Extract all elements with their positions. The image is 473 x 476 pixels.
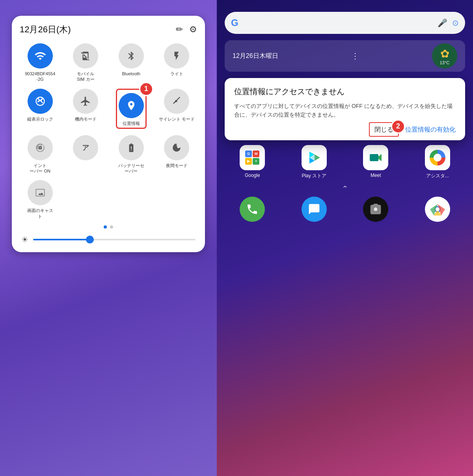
- tile-bluetooth-circle: [119, 43, 144, 69]
- qs-header: 12月26日(木) ✏ ⚙: [20, 24, 197, 35]
- chrome-icon: [425, 197, 450, 222]
- dock-phone[interactable]: [225, 197, 280, 222]
- tile-app-circle: ア: [73, 135, 98, 160]
- search-lens-icon[interactable]: ⊙: [452, 18, 459, 28]
- camera-icon: [363, 197, 388, 222]
- right-panel: G 🎤 ⊙ 12月26日木曜日 ⋮ ✿ 13°C 位置情報にアクセスできません …: [217, 0, 473, 476]
- settings-icon[interactable]: ⚙: [189, 24, 197, 35]
- tile-battery-circle: [119, 135, 144, 160]
- tile-location-wrapper: 位置情報 1: [111, 89, 152, 129]
- tile-airplane-label: 機内モード: [75, 116, 97, 122]
- app-play-label: Play ストア: [302, 173, 326, 179]
- quick-settings-card: 12月26日(木) ✏ ⚙ 90324BDF4554-2G モバイルSIM カー: [12, 16, 205, 252]
- tile-mobile-label: モバイルSIM カー: [77, 71, 95, 82]
- qs-header-icons: ✏ ⚙: [176, 24, 197, 35]
- tile-location[interactable]: 位置情報: [119, 93, 144, 126]
- tile-app[interactable]: ア: [65, 135, 106, 174]
- tile-bluetooth-label: Bluetooth: [122, 71, 140, 76]
- tile-battery-label: バッテリーセーバー: [118, 163, 144, 174]
- tile-airplane[interactable]: 機内モード: [65, 89, 106, 129]
- app-google-label: Google: [245, 173, 260, 178]
- tile-internet[interactable]: イントーバー ON: [20, 135, 61, 174]
- app-assistant[interactable]: アシスタ...: [410, 145, 466, 179]
- tile-nightmode-circle: [164, 135, 189, 160]
- brightness-thumb: [86, 236, 94, 244]
- tile-wifi-circle: [28, 43, 53, 69]
- weather-widget: ✿ 13°C: [432, 43, 457, 69]
- app-grid: G M ▶ + Google Play ストア: [225, 145, 465, 179]
- tile-location-label: 位置情報: [123, 121, 140, 126]
- play-app-icon: [302, 145, 327, 170]
- tile-rotation-circle: [28, 89, 53, 114]
- qs-page-dots: [20, 225, 197, 229]
- weather-temp: 13°C: [440, 60, 450, 65]
- svg-marker-5: [315, 154, 320, 161]
- tile-flashlight[interactable]: ライト: [156, 43, 197, 82]
- tile-nightmode-label: 夜間モード: [166, 163, 188, 168]
- google-logo: G: [231, 17, 238, 28]
- brightness-icon: ☀: [21, 235, 28, 244]
- app-meet-label: Meet: [371, 173, 381, 178]
- widget-menu-icon[interactable]: ⋮: [351, 51, 359, 61]
- dialog-title: 位置情報にアクセスできません: [234, 86, 456, 97]
- location-highlight-box: 位置情報 1: [116, 89, 147, 129]
- swipe-chevron-icon: ⌃: [342, 184, 348, 193]
- qs-date: 12月26日(木): [20, 24, 71, 35]
- tile-screencast-circle: [28, 180, 53, 205]
- meet-app-icon: [363, 145, 388, 170]
- qs-grid-row2: 縦表示ロック 機内モード 位置情報 1: [20, 89, 197, 129]
- app-meet[interactable]: Meet: [348, 145, 404, 179]
- tile-rotation-label: 縦表示ロック: [27, 116, 53, 122]
- tile-silent-label: サイレント モード: [159, 116, 195, 122]
- app-play[interactable]: Play ストア: [287, 145, 342, 179]
- qs-grid-row3: イントーバー ON ア バッテリーセーバー 夜間モー: [20, 135, 197, 174]
- phone-icon: [240, 197, 265, 222]
- tile-battery[interactable]: バッテリーセーバー: [111, 135, 152, 174]
- bottom-dock: [225, 197, 465, 222]
- qs-grid-row1: 90324BDF4554-2G モバイルSIM カー Bluetooth: [20, 43, 197, 82]
- qs-dot-1: [104, 225, 107, 229]
- tile-internet-circle: [28, 135, 53, 160]
- step1-badge: 1: [139, 82, 153, 96]
- dialog-body: すべてのアプリに対してデバイスの位置情報が OFF になるため、デバイスを紛失し…: [234, 102, 456, 119]
- edit-icon[interactable]: ✏: [176, 24, 183, 35]
- location-dialog: 位置情報にアクセスできません すべてのアプリに対してデバイスの位置情報が OFF…: [225, 78, 465, 140]
- tile-nightmode[interactable]: 夜間モード: [156, 135, 197, 174]
- tile-screencast[interactable]: 画面のキャスト: [20, 180, 61, 219]
- tile-mobile[interactable]: モバイルSIM カー: [65, 43, 106, 82]
- app-assistant-label: アシスタ...: [426, 173, 449, 179]
- brightness-control[interactable]: ☀: [20, 235, 197, 244]
- widget-row: 12月26日木曜日 ⋮ ✿ 13°C: [225, 40, 465, 72]
- qs-dot-2: [110, 225, 113, 229]
- tile-wifi-label: 90324BDF4554-2G: [25, 71, 55, 82]
- tile-flashlight-label: ライト: [170, 71, 183, 76]
- google-search-bar[interactable]: G 🎤 ⊙: [225, 12, 465, 34]
- tile-airplane-circle: [73, 89, 98, 114]
- dock-chrome[interactable]: [410, 197, 466, 222]
- dialog-actions: 閉じる 2 位置情報の有効化: [234, 126, 456, 134]
- weather-flower-icon: ✿: [440, 47, 449, 60]
- swipe-up-indicator: ⌃: [217, 184, 473, 193]
- tile-flashlight-circle: [164, 43, 189, 69]
- tile-location-circle: [119, 93, 144, 118]
- brightness-track[interactable]: [33, 239, 196, 240]
- dialog-enable-button[interactable]: 位置情報の有効化: [405, 126, 456, 134]
- tile-bluetooth[interactable]: Bluetooth: [111, 43, 152, 82]
- app-google[interactable]: G M ▶ + Google: [225, 145, 280, 179]
- step2-badge: 2: [391, 119, 405, 134]
- search-mic-icon[interactable]: 🎤: [438, 18, 447, 28]
- qs-grid-row4: 画面のキャスト: [20, 180, 197, 219]
- tile-silent-circle: [164, 89, 189, 114]
- dock-camera[interactable]: [348, 197, 404, 222]
- dock-messages[interactable]: [287, 197, 342, 222]
- widget-date: 12月26日木曜日: [233, 52, 278, 60]
- tile-wifi[interactable]: 90324BDF4554-2G: [20, 43, 61, 82]
- brightness-fill: [33, 239, 90, 240]
- tile-silent[interactable]: サイレント モード: [156, 89, 197, 129]
- left-panel: 12月26日(木) ✏ ⚙ 90324BDF4554-2G モバイルSIM カー: [0, 0, 217, 476]
- svg-rect-7: [370, 154, 378, 161]
- close-btn-wrapper: 閉じる 2: [369, 126, 399, 134]
- tile-internet-label: イントーバー ON: [30, 163, 50, 174]
- tile-rotation[interactable]: 縦表示ロック: [20, 89, 61, 129]
- google-app-icon: G M ▶ +: [240, 145, 265, 170]
